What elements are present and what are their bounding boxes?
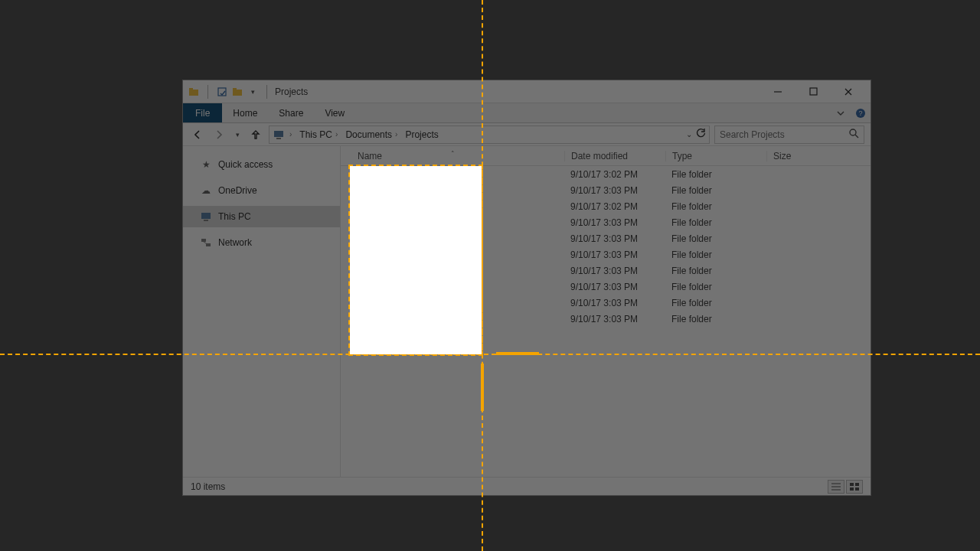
cell-date: 9/10/17 3:03 PM: [564, 266, 665, 276]
folder-icon: [358, 266, 368, 276]
file-name: Q4 Ballard 6756: [374, 282, 441, 292]
refresh-icon[interactable]: [695, 128, 706, 141]
svg-rect-25: [850, 487, 854, 491]
crumb-thispc[interactable]: This PC›: [296, 129, 341, 140]
close-button[interactable]: [831, 80, 866, 103]
nav-forward-button[interactable]: [211, 126, 227, 143]
table-row[interactable]: Q4 Lawrence 35579/10/17 3:03 PMFile fold…: [341, 295, 871, 311]
cell-name[interactable]: Q2 Kertz 4644: [341, 217, 564, 228]
window-title: Projects: [275, 86, 308, 97]
col-size[interactable]: Size: [766, 151, 843, 161]
qat-newfolder-icon[interactable]: [231, 86, 243, 98]
sidebar-item-quickaccess[interactable]: ★ Quick access: [183, 154, 340, 175]
cell-name[interactable]: Q1 Smith 0791: [341, 201, 564, 212]
svg-line-14: [855, 135, 858, 138]
nav-recent-dropdown[interactable]: ▾: [232, 126, 243, 143]
cell-name[interactable]: Q4 Vincent 4778: [341, 314, 564, 324]
col-name[interactable]: ˄ Name: [341, 151, 564, 161]
cell-date: 9/10/17 3:03 PM: [564, 314, 665, 324]
cell-type: File folder: [665, 233, 766, 244]
cell-name[interactable]: Q4 Lawrence 3557: [341, 298, 564, 308]
search-icon[interactable]: [848, 128, 859, 141]
sidebar-item-network[interactable]: Network: [183, 232, 340, 253]
table-row[interactable]: Q3 Thomas 00129/10/17 3:03 PMFile folder: [341, 262, 871, 279]
folder-icon: [358, 234, 368, 243]
breadcrumb-bar[interactable]: › This PC› Documents› Projects ⌄: [269, 126, 710, 144]
ribbon: File Home Share View ?: [183, 103, 871, 123]
status-bar: 10 items: [183, 477, 871, 495]
view-details-button[interactable]: [828, 480, 844, 494]
folder-icon: [358, 218, 368, 227]
crumb-root-chevron[interactable]: ›: [286, 130, 295, 139]
qat-properties-icon[interactable]: [216, 86, 228, 98]
table-row[interactable]: Q4 Vincent 47789/10/17 3:03 PMFile folde…: [341, 311, 871, 327]
cell-type: File folder: [665, 169, 766, 180]
cell-type: File folder: [665, 249, 766, 260]
nav-back-button[interactable]: [189, 126, 206, 143]
cell-name[interactable]: Q1 Person 3313: [341, 185, 564, 196]
table-row[interactable]: Q2 Lockwood 79149/10/17 3:03 PMFile fold…: [341, 230, 871, 246]
cell-date: 9/10/17 3:02 PM: [564, 169, 665, 180]
ribbon-tab-view[interactable]: View: [314, 103, 355, 122]
titlebar: ▾ Projects: [183, 80, 871, 103]
sidebar-item-onedrive[interactable]: ☁ OneDrive: [183, 180, 340, 201]
table-row[interactable]: Q1 Person 33139/10/17 3:03 PMFile folder: [341, 182, 871, 198]
help-icon[interactable]: ?: [851, 103, 871, 122]
file-rows: Q1 Doe 08819/10/17 3:02 PMFile folderQ1 …: [341, 166, 871, 477]
cell-date: 9/10/17 3:03 PM: [564, 249, 665, 260]
sidebar-item-label: Network: [218, 237, 252, 248]
table-row[interactable]: Q2 Kertz 46449/10/17 3:03 PMFile folder: [341, 214, 871, 230]
cell-type: File folder: [665, 282, 766, 292]
cell-name[interactable]: Q3 Thomas 0012: [341, 266, 564, 276]
svg-rect-16: [204, 220, 208, 221]
cell-date: 9/10/17 3:03 PM: [564, 185, 665, 196]
column-headers: ˄ Name Date modified Type Size: [341, 146, 871, 166]
cell-date: 9/10/17 3:03 PM: [564, 217, 665, 228]
folder-icon: [358, 315, 368, 324]
svg-rect-12: [276, 138, 281, 139]
table-row[interactable]: Q4 Ballard 67569/10/17 3:03 PMFile folde…: [341, 279, 871, 295]
table-row[interactable]: Q1 Smith 07919/10/17 3:02 PMFile folder: [341, 198, 871, 214]
file-name: Q1 Doe 0881: [374, 169, 429, 180]
sidebar-item-thispc[interactable]: This PC: [183, 206, 340, 227]
ribbon-tab-file[interactable]: File: [183, 103, 222, 122]
cell-name[interactable]: Q2 Sanchez 8986: [341, 249, 564, 260]
file-name: Q2 Sanchez 8986: [374, 249, 448, 260]
folder-icon: [358, 186, 368, 195]
list-pane: ˄ Name Date modified Type Size Q1 Doe 08…: [341, 146, 871, 477]
file-name: Q2 Lockwood 7914: [374, 233, 453, 244]
cell-name[interactable]: Q2 Lockwood 7914: [341, 233, 564, 244]
file-name: Q1 Person 3313: [374, 185, 441, 196]
crumb-documents[interactable]: Documents›: [342, 129, 400, 140]
svg-rect-26: [855, 487, 859, 491]
col-date[interactable]: Date modified: [564, 151, 665, 161]
ribbon-collapse-icon[interactable]: [831, 103, 851, 122]
file-name: Q1 Smith 0791: [374, 201, 436, 212]
table-row[interactable]: Q1 Doe 08819/10/17 3:02 PMFile folder: [341, 166, 871, 182]
cell-type: File folder: [665, 314, 766, 324]
nav-up-button[interactable]: [247, 126, 264, 143]
network-icon: [200, 236, 212, 249]
search-input[interactable]: [720, 129, 848, 140]
cell-type: File folder: [665, 217, 766, 228]
search-box[interactable]: [714, 126, 864, 144]
sidebar-item-label: This PC: [218, 211, 251, 222]
svg-rect-11: [274, 131, 283, 137]
col-type[interactable]: Type: [665, 151, 766, 161]
cell-name[interactable]: Q4 Ballard 6756: [341, 282, 564, 292]
pc-icon: [200, 210, 212, 223]
ribbon-tab-home[interactable]: Home: [222, 103, 268, 122]
svg-text:?: ?: [858, 109, 862, 117]
qat-dropdown-icon[interactable]: ▾: [247, 86, 259, 98]
ribbon-tab-share[interactable]: Share: [268, 103, 314, 122]
pc-icon: [273, 129, 285, 141]
minimize-button[interactable]: [760, 80, 795, 103]
table-row[interactable]: Q2 Sanchez 89869/10/17 3:03 PMFile folde…: [341, 246, 871, 262]
status-text: 10 items: [191, 481, 225, 492]
view-icons-button[interactable]: [846, 480, 863, 494]
crumb-projects[interactable]: Projects: [402, 129, 441, 140]
maximize-button[interactable]: [795, 80, 831, 103]
svg-rect-23: [850, 483, 854, 486]
address-dropdown-icon[interactable]: ⌄: [686, 130, 692, 139]
cell-name[interactable]: Q1 Doe 0881: [341, 169, 564, 180]
